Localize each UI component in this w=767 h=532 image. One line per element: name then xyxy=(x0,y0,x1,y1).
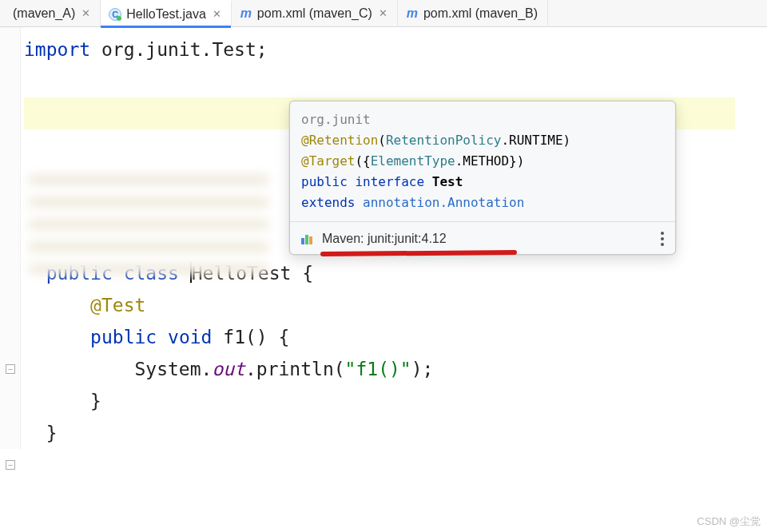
quickdoc-footer: Maven: junit:junit:4.12 xyxy=(301,227,664,249)
tab-label: HelloTest.java xyxy=(126,7,206,22)
maven-file-icon: m xyxy=(406,7,419,20)
quickdoc-line: @Target({ElementType.METHOD}) xyxy=(301,151,664,172)
close-icon[interactable]: ✕ xyxy=(377,7,387,19)
tab-label: pom.xml (maven_B) xyxy=(423,6,538,21)
redacted-block xyxy=(29,163,268,275)
code-line: public void f1() { xyxy=(24,321,767,353)
class-file-icon: C xyxy=(109,8,121,21)
quickdoc-line: extends annotation.Annotation xyxy=(301,193,664,213)
code-line: } xyxy=(24,417,767,449)
quickdoc-separator xyxy=(290,221,675,222)
maven-file-icon: m xyxy=(240,7,252,20)
quick-doc-popup[interactable]: org.junit @Retention(RetentionPolicy.RUN… xyxy=(289,101,676,255)
code-line: System.out.println("f1()"); xyxy=(24,353,767,385)
code-line: @Test xyxy=(24,289,767,321)
quickdoc-line: @Retention(RetentionPolicy.RUNTIME) xyxy=(301,130,664,151)
code-line: } xyxy=(24,385,767,417)
watermark: CSDN @尘觉 xyxy=(697,514,761,529)
tab-hellotest[interactable]: C HelloTest.java ✕ xyxy=(101,0,232,27)
tab-pom-b[interactable]: m pom.xml (maven_B) xyxy=(398,0,548,27)
tab-maven-a[interactable]: (maven_A) ✕ xyxy=(5,0,101,27)
tab-label: pom.xml (maven_C) xyxy=(257,6,372,21)
library-icon xyxy=(301,233,316,244)
fold-collapse-icon[interactable]: – xyxy=(6,364,15,374)
tab-pom-c[interactable]: m pom.xml (maven_C) ✕ xyxy=(232,0,398,27)
editor-tabbar: (maven_A) ✕ C HelloTest.java ✕ m pom.xml… xyxy=(0,0,767,27)
close-icon[interactable]: ✕ xyxy=(211,8,221,20)
quickdoc-package: org.junit xyxy=(301,109,664,130)
quickdoc-source: Maven: junit:junit:4.12 xyxy=(322,228,447,249)
close-icon[interactable]: ✕ xyxy=(80,7,90,19)
editor-gutter: – – xyxy=(0,27,21,449)
code-line xyxy=(24,66,767,97)
quickdoc-line: public interface Test xyxy=(301,172,664,193)
fold-collapse-icon[interactable]: – xyxy=(6,460,15,470)
code-editor[interactable]: – – import org.junit.Test; public class … xyxy=(0,27,767,449)
code-line: import org.junit.Test; xyxy=(24,34,767,66)
more-options-icon[interactable] xyxy=(661,232,664,246)
tab-label: (maven_A) xyxy=(13,6,75,21)
